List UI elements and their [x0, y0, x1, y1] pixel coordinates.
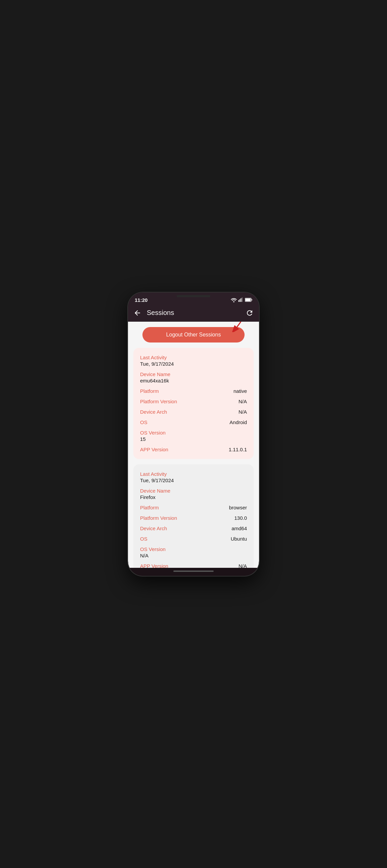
status-icons: [231, 298, 252, 302]
phone-notch: [177, 295, 210, 297]
field-label-app-version-1: APP Version: [140, 446, 168, 452]
field-row-os-2: OS Ubuntu: [140, 536, 247, 541]
back-button[interactable]: [133, 309, 142, 317]
phone-screen: 11:20: [128, 292, 259, 576]
field-value-os-2: Ubuntu: [231, 536, 247, 541]
field-row-app-version-2: APP Version N/A: [140, 563, 247, 568]
field-value-device-name-2: Firefox: [140, 494, 247, 500]
refresh-button[interactable]: [245, 309, 254, 317]
field-label-device-arch-2: Device Arch: [140, 526, 167, 531]
battery-icon: [245, 298, 252, 302]
field-row-platform-1: Platform native: [140, 388, 247, 394]
status-time: 11:20: [135, 297, 147, 303]
field-row-device-arch-1: Device Arch N/A: [140, 409, 247, 415]
field-row-device-arch-2: Device Arch amd64: [140, 526, 247, 531]
logout-button-section: Logout Other Sessions: [133, 327, 254, 342]
session-card-1: Last Activity Tue, 9/17/2024 Device Name…: [133, 348, 254, 459]
field-value-platform-version-2: 130.0: [234, 515, 247, 521]
field-row-platform-version-2: Platform Version 130.0: [140, 515, 247, 521]
svg-rect-2: [245, 299, 250, 301]
field-value-app-version-1: 1.11.0.1: [229, 446, 247, 452]
session-card-2: Last Activity Tue, 9/17/2024 Device Name…: [133, 464, 254, 568]
field-label-platform-1: Platform: [140, 388, 159, 394]
field-value-os-version-1: 15: [140, 436, 247, 442]
field-value-device-arch-2: amd64: [232, 526, 247, 531]
field-label-device-name-1: Device Name: [140, 371, 247, 377]
field-label-os-version-2: OS Version: [140, 546, 247, 552]
field-value-last-activity-2: Tue, 9/17/2024: [140, 477, 247, 483]
field-label-platform-version-1: Platform Version: [140, 399, 177, 404]
field-value-os-1: Android: [230, 420, 247, 425]
home-indicator: [128, 568, 259, 576]
phone-frame: 11:20: [128, 292, 259, 576]
field-row-app-version-1: APP Version 1.11.0.1: [140, 446, 247, 452]
home-bar: [173, 570, 214, 572]
field-label-app-version-2: APP Version: [140, 563, 168, 568]
field-row-os-1: OS Android: [140, 420, 247, 425]
field-value-app-version-2: N/A: [239, 563, 247, 568]
field-value-platform-2: browser: [229, 505, 247, 510]
field-row-platform-version-1: Platform Version N/A: [140, 399, 247, 404]
field-value-device-name-1: emu64xa16k: [140, 378, 247, 383]
field-label-platform-2: Platform: [140, 505, 159, 510]
field-label-os-1: OS: [140, 420, 147, 425]
field-label-device-arch-1: Device Arch: [140, 409, 167, 415]
wifi-icon: [231, 298, 237, 302]
field-row-platform-2: Platform browser: [140, 505, 247, 510]
field-value-os-version-2: N/A: [140, 553, 247, 558]
svg-rect-1: [251, 299, 252, 301]
field-value-device-arch-1: N/A: [239, 409, 247, 415]
field-label-last-activity-2: Last Activity: [140, 471, 247, 477]
signal-icon: [238, 298, 243, 302]
field-label-device-name-2: Device Name: [140, 488, 247, 494]
content-area: Logout Other Sessions Last Activity Tue,…: [128, 322, 259, 568]
status-bar: 11:20: [128, 292, 259, 306]
field-value-platform-version-1: N/A: [239, 399, 247, 404]
field-value-last-activity-1: Tue, 9/17/2024: [140, 361, 247, 367]
field-label-last-activity-1: Last Activity: [140, 354, 247, 360]
app-bar-title: Sessions: [147, 309, 174, 317]
field-label-os-2: OS: [140, 536, 147, 541]
app-bar: Sessions: [128, 306, 259, 322]
app-bar-left: Sessions: [133, 309, 174, 317]
arrow-annotation: [224, 322, 247, 332]
field-label-platform-version-2: Platform Version: [140, 515, 177, 521]
field-label-os-version-1: OS Version: [140, 430, 247, 435]
field-value-platform-1: native: [234, 388, 247, 394]
